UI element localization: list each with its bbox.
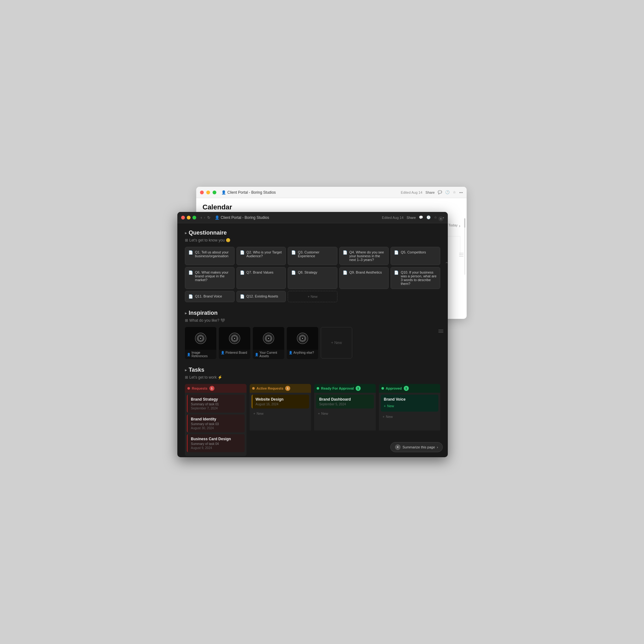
task-card-brand-dashboard[interactable]: Brand Dashboard September 5, 2024 (316, 395, 374, 408)
doc-icon: 📄 (343, 270, 347, 275)
next-arrow[interactable]: › (459, 223, 460, 228)
tasks-subtitle: ⊞ Let's get to work ⚡ (185, 375, 440, 380)
insp-circle-icon-4 (297, 333, 308, 344)
q-card-q5[interactable]: 📄 Q5. Competitors (391, 247, 440, 265)
portal-nav-reload[interactable]: ↻ (207, 215, 210, 220)
summarize-icon: ✦ (395, 444, 401, 450)
task-card-brand-identity[interactable]: Brand Identity Summary of task 03 August… (187, 414, 245, 432)
q-card-q12[interactable]: 📄 Q12. Existing Assets (236, 291, 286, 302)
approved-dot (381, 387, 384, 390)
task-card-brand-strategy[interactable]: Brand Strategy Summary of task 01 Septem… (187, 395, 245, 413)
active-dot (252, 387, 255, 390)
insp-card-current-assets-thumb (253, 327, 284, 350)
new-insp-label: + New (331, 341, 342, 345)
active-cards-area: Website Design August 16, 2024 + New (250, 393, 311, 430)
q-card-q7[interactable]: 📄 Q7. Brand Values (236, 267, 286, 289)
today-button[interactable]: Today (448, 223, 458, 228)
portal-window-title: 👤 Client Portal - Boring Studios (215, 215, 269, 220)
doc-icon: 📄 (343, 250, 347, 255)
portal-close-button[interactable] (181, 216, 185, 219)
portal-nav-forward[interactable]: › (204, 215, 205, 220)
portal-titlebar-right: Edited Aug 14 Share 💬 🕐 ☆ ••• (382, 215, 444, 219)
star-icon[interactable]: ☆ (453, 190, 456, 194)
insp-card-anything-else[interactable]: 👤 Anything else? (287, 327, 318, 359)
task-column-approval: Ready For Approval 1 Brand Dashboard Sep… (314, 384, 376, 456)
clock-icon[interactable]: 🕐 (445, 190, 450, 194)
close-button[interactable] (200, 191, 204, 194)
portal-star-icon[interactable]: ☆ (434, 215, 437, 219)
svg-point-6 (265, 335, 272, 342)
insp-card-image-references[interactable]: 👤 Image References (185, 327, 216, 359)
q-card-q1[interactable]: 📄 Q1. Tell us about your business/organi… (185, 247, 235, 265)
questionnaire-subtitle: ⊞ Let's get to know you 😊 (185, 238, 440, 242)
portal-minimize-button[interactable] (187, 216, 191, 219)
portal-share-button[interactable]: Share (407, 216, 416, 219)
inspiration-collapse-arrow[interactable]: ▸ (185, 311, 187, 315)
comment-icon[interactable]: 💬 (438, 190, 442, 194)
insp-card-pinterest[interactable]: 👤 Pinterest Board (219, 327, 250, 359)
inspiration-grid: 👤 Image References (185, 327, 440, 359)
questionnaire-section: ▸ Questionnaire ⊞ Let's get to know you … (185, 230, 440, 302)
doc-icon: 📄 (240, 270, 245, 275)
q-card-q11[interactable]: 📄 Q11. Brand Voice (185, 291, 235, 302)
active-add-new-button[interactable]: + New (252, 410, 309, 417)
q-card-new[interactable]: + New (288, 291, 337, 302)
summarize-arrow: › (437, 445, 438, 449)
col-header-approval: Ready For Approval 1 (314, 384, 376, 393)
approved-add-new-button[interactable]: + New (381, 414, 439, 420)
tasks-collapse-arrow[interactable]: ▸ (185, 368, 187, 372)
screen-container: 👤 Client Portal - Boring Studios Edited … (177, 187, 467, 457)
portal-clock-icon[interactable]: 🕐 (426, 215, 431, 219)
scroll-thumb[interactable] (464, 218, 465, 228)
insp-card-image-thumb (185, 327, 216, 350)
scroll-track (464, 218, 465, 275)
doc-icon: 📄 (240, 250, 245, 255)
more-icon[interactable]: ••• (459, 191, 463, 194)
q-card-q4[interactable]: 📄 Q4. Where do you see your business in … (339, 247, 389, 265)
svg-point-0 (197, 335, 204, 342)
calendar-titlebar-right: Edited Aug 14 Share 💬 🕐 ☆ ••• (401, 190, 463, 194)
insp-card-label-image-references: 👤 Image References (185, 350, 216, 359)
q-card-q10[interactable]: 📄 Q10. If your business was a person, wh… (391, 267, 440, 289)
questionnaire-collapse-arrow[interactable]: ▸ (185, 231, 187, 235)
q-card-q9[interactable]: 📄 Q9. Brand Aesthetics (339, 267, 389, 289)
q-card-q8[interactable]: 📄 Q8. Strategy (288, 267, 337, 289)
portal-nav-back[interactable]: ‹ (201, 215, 202, 220)
task-card-business-card[interactable]: Business Card Design Summary of task 04 … (187, 434, 245, 452)
share-button[interactable]: Share (425, 191, 435, 194)
approval-add-new-button[interactable]: + New (316, 410, 374, 417)
questionnaire-header: ▸ Questionnaire (185, 230, 440, 236)
task-column-requests: Requests 1 Brand Strategy Summary of tas… (185, 384, 247, 456)
requests-cards-area: Brand Strategy Summary of task 01 Septem… (185, 393, 247, 456)
summarize-close-button[interactable]: ✕ (438, 216, 443, 221)
summarize-button[interactable]: ✦ Summarize this page › (390, 442, 443, 452)
brand-voice-add-button[interactable]: + New (384, 403, 436, 409)
insp-card-new[interactable]: + New (321, 327, 352, 358)
tasks-header: ▸ Tasks (185, 367, 440, 373)
task-card-brand-voice[interactable]: Brand Voice + New (381, 395, 439, 412)
q-card-q6[interactable]: 📄 Q6. What makes your brand unique in th… (185, 267, 235, 289)
portal-maximize-button[interactable] (192, 216, 196, 219)
portal-scroll-up[interactable]: ⌃ (443, 261, 448, 267)
minimize-button[interactable] (206, 191, 210, 194)
portal-titlebar: ‹ › ↻ 👤 Client Portal - Boring Studios E… (177, 212, 448, 223)
task-card-website-design[interactable]: Website Design August 16, 2024 (252, 395, 309, 408)
portal-comment-icon[interactable]: 💬 (419, 215, 423, 219)
q-card-q3[interactable]: 📄 Q3. Customer Experience (288, 247, 337, 265)
portal-main-content: ▸ Questionnaire ⊞ Let's get to know you … (177, 223, 448, 457)
svg-point-7 (267, 336, 270, 340)
resize-handle (459, 253, 464, 257)
doc-icon: 📄 (188, 270, 193, 275)
portal-resize-handle (438, 330, 443, 333)
svg-point-8 (268, 338, 269, 339)
svg-point-5 (234, 338, 235, 339)
inspiration-header: ▸ Inspiration (185, 310, 440, 316)
q-card-q2[interactable]: 📄 Q2. Who is your Target Audience? (236, 247, 286, 265)
maximize-button[interactable] (213, 191, 216, 194)
insp-card-current-assets[interactable]: 👤 Your Current Assets (253, 327, 284, 359)
insp-circle-icon (195, 333, 206, 344)
insp-card-label-anything-else: 👤 Anything else? (287, 350, 318, 356)
grid-icon: ⊞ (185, 238, 188, 242)
table-icon: ⊞ (185, 375, 188, 380)
approval-dot (317, 387, 319, 390)
